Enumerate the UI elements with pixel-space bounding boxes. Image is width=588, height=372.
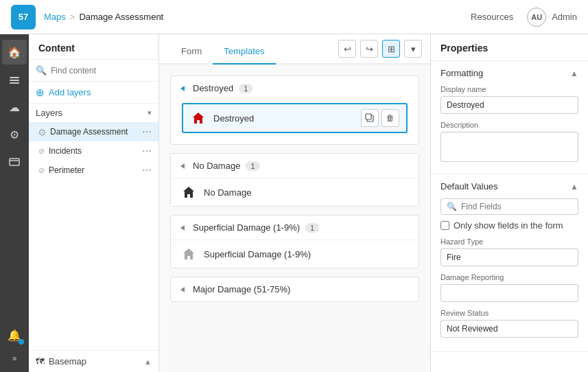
sidebar-search[interactable]: 🔍	[29, 60, 158, 82]
sidebar-item-perimeter[interactable]: ⊘ Perimeter ⋯	[29, 161, 158, 180]
group-destroyed-header[interactable]: Destroyed 1	[171, 76, 419, 100]
icon-settings[interactable]: ⚙	[2, 122, 27, 147]
redo-button[interactable]: ↪	[360, 40, 378, 58]
svg-rect-1	[10, 80, 19, 81]
app-logo[interactable]: 57	[11, 5, 36, 30]
layer-disabled-icon2: ⊘	[38, 166, 45, 175]
layer-disabled-icon: ⊘	[38, 147, 45, 156]
properties-header: Properties	[431, 34, 588, 61]
basemap-label: Basemap	[49, 356, 144, 367]
damage-reporting-input[interactable]	[440, 284, 578, 302]
group-arrow-no-damage	[180, 163, 185, 169]
group-destroyed: Destroyed 1 Destroyed	[170, 75, 419, 145]
undo-button[interactable]: ↩	[338, 40, 356, 58]
hazard-type-input[interactable]	[440, 248, 578, 266]
center-tabs: Form Templates ↩ ↪ ⊞ ▾	[159, 34, 430, 65]
perimeter-more-icon[interactable]: ⋯	[142, 165, 152, 176]
group-major: Major Damage (51-75%)	[170, 277, 419, 302]
notification-dot	[19, 339, 24, 345]
group-no-damage-header[interactable]: No Damage 1	[171, 154, 419, 178]
sidebar-layers-section[interactable]: Layers ▾	[29, 104, 158, 122]
basemap-chevron: ▲	[144, 358, 152, 366]
templates-content: Destroyed 1 Destroyed	[159, 65, 430, 372]
display-name-label: Display name	[440, 85, 578, 93]
description-textarea[interactable]	[440, 132, 578, 162]
template-item-actions: 🗑	[361, 109, 399, 127]
tab-templates[interactable]: Templates	[213, 39, 275, 65]
sidebar: Content 🔍 ⊕ Add layers Layers ▾ ⊙ Damage…	[29, 34, 159, 372]
default-values-header[interactable]: Default Values ▲	[440, 181, 578, 191]
delete-button[interactable]: 🗑	[381, 109, 399, 127]
icon-cloud[interactable]: ☁	[2, 95, 27, 119]
template-icon-house-red	[190, 110, 207, 126]
icon-home[interactable]: 🏠	[2, 40, 27, 65]
only-show-fields-checkbox[interactable]	[440, 221, 449, 230]
group-no-damage-count: 1	[246, 161, 259, 171]
svg-rect-0	[10, 77, 19, 78]
icon-layers[interactable]	[2, 67, 27, 92]
svg-marker-7	[183, 187, 194, 198]
damage-reporting-label: Damage Reporting	[440, 273, 578, 281]
properties-panel: Properties Formatting ▲ Display name Des…	[430, 34, 588, 372]
svg-marker-8	[183, 248, 194, 259]
formatting-section: Formatting ▲ Display name Description	[431, 61, 588, 174]
only-show-fields-row: Only show fields in the form	[440, 220, 578, 231]
find-fields-input[interactable]	[461, 202, 572, 211]
hazard-type-label: Hazard Type	[440, 237, 578, 246]
group-no-damage: No Damage 1 No Damage	[170, 153, 419, 207]
icon-notification[interactable]: 🔔	[2, 323, 27, 347]
template-item-destroyed[interactable]: Destroyed 🗑	[182, 103, 408, 133]
template-item-superficial[interactable]: Superficial Damage (1-9%)	[171, 240, 419, 268]
tab-form[interactable]: Form	[170, 39, 213, 65]
template-label-superficial: Superficial Damage (1-9%)	[204, 249, 311, 259]
sidebar-item-incidents[interactable]: ⊘ Incidents ⋯	[29, 141, 158, 161]
breadcrumb-current: Damage Assessment	[79, 12, 163, 22]
topbar-right: Resources AU Admin	[471, 8, 577, 27]
topbar: 57 Maps > Damage Assessment Resources AU…	[0, 0, 588, 34]
group-major-label: Major Damage (51-75%)	[193, 284, 290, 294]
breadcrumb-maps[interactable]: Maps	[44, 12, 66, 22]
group-arrow-icon	[180, 86, 185, 91]
review-status-label: Review Status	[440, 309, 578, 317]
add-layers-button[interactable]: ⊕ Add layers	[29, 82, 158, 104]
admin-label: Admin	[552, 12, 577, 22]
incidents-more-icon[interactable]: ⋯	[142, 146, 152, 156]
only-show-fields-label: Only show fields in the form	[454, 220, 563, 231]
breadcrumb-sep: >	[70, 12, 75, 22]
dropdown-button[interactable]: ▾	[404, 40, 422, 58]
resources-link[interactable]: Resources	[471, 12, 513, 22]
icon-share[interactable]	[2, 150, 27, 174]
template-item-label: Destroyed	[213, 113, 254, 124]
review-status-input[interactable]	[440, 320, 578, 338]
layer-more-icon[interactable]: ⋯	[142, 126, 152, 137]
template-icon-house-grey	[180, 246, 197, 262]
find-fields-row[interactable]: 🔍	[440, 198, 578, 215]
breadcrumb: Maps > Damage Assessment	[44, 12, 163, 22]
description-label: Description	[440, 121, 578, 129]
expand-icon[interactable]: »	[2, 350, 27, 367]
group-destroyed-label: Destroyed	[193, 83, 233, 93]
svg-rect-6	[366, 114, 371, 119]
sidebar-header: Content	[29, 34, 158, 60]
admin-menu[interactable]: AU Admin	[527, 8, 577, 27]
svg-marker-4	[193, 113, 204, 124]
layer-icon: ⊙	[38, 127, 46, 137]
formatting-section-header[interactable]: Formatting ▲	[440, 68, 578, 78]
display-name-input[interactable]	[440, 96, 578, 114]
find-content-input[interactable]	[51, 66, 152, 75]
search-icon: 🔍	[36, 65, 47, 75]
template-label-no-damage: No Damage	[204, 187, 251, 198]
icon-bar: 🏠 ☁ ⚙ 🔔 »	[0, 34, 29, 372]
layers-chevron: ▾	[148, 108, 152, 117]
svg-rect-2	[10, 82, 19, 84]
default-values-chevron: ▲	[570, 182, 578, 191]
template-item-no-damage[interactable]: No Damage	[171, 178, 419, 206]
grid-button[interactable]: ⊞	[382, 40, 400, 58]
sidebar-basemap[interactable]: 🗺 Basemap ▲	[29, 350, 158, 372]
group-major-header[interactable]: Major Damage (51-75%)	[171, 277, 419, 301]
sidebar-item-damage-assessment[interactable]: ⊙ Damage Assessment ⋯	[29, 122, 158, 141]
group-superficial-header[interactable]: Superficial Damage (1-9%) 1	[171, 216, 419, 240]
copy-button[interactable]	[361, 109, 379, 127]
group-no-damage-label: No Damage	[193, 161, 240, 171]
find-fields-icon: 🔍	[447, 202, 457, 211]
